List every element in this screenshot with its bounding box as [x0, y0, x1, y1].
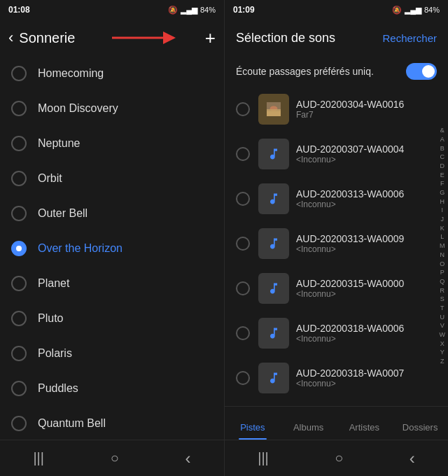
- right-menu-button[interactable]: |||: [241, 444, 286, 472]
- sound-thumbnail-5: [258, 273, 289, 304]
- radio-moon[interactable]: [11, 101, 27, 116]
- item-label: Orbit: [38, 172, 62, 185]
- sound-thumbnail-1: [258, 94, 289, 125]
- alpha-letter[interactable]: O: [438, 260, 447, 269]
- mute-icon-right: 🔕: [392, 6, 402, 15]
- back-button[interactable]: ‹: [8, 29, 13, 47]
- alpha-letter[interactable]: C: [438, 153, 447, 162]
- list-item[interactable]: Outer Bell: [0, 196, 224, 231]
- right-time: 01:09: [233, 5, 255, 15]
- alpha-letter[interactable]: H: [438, 198, 447, 206]
- sound-name: AUD-20200307-WA0004: [296, 144, 437, 155]
- back-nav-button[interactable]: ‹: [169, 443, 208, 474]
- alpha-letter[interactable]: L: [438, 233, 447, 241]
- home-button[interactable]: ○: [94, 444, 136, 472]
- item-label: Homecoming: [38, 67, 104, 80]
- sound-list: AUD-20200304-WA0016 Far7 AUD-20200307-WA…: [225, 87, 448, 406]
- alpha-letter[interactable]: M: [438, 242, 447, 251]
- list-item[interactable]: Quantum Bell: [0, 406, 224, 440]
- search-button[interactable]: Rechercher: [382, 32, 437, 44]
- list-item[interactable]: Neptune: [0, 126, 224, 161]
- sound-radio-6[interactable]: [236, 326, 250, 340]
- list-item[interactable]: Moon Discovery: [0, 91, 224, 126]
- sound-radio-2[interactable]: [236, 147, 250, 161]
- sound-radio-5[interactable]: [236, 281, 250, 295]
- sound-radio-4[interactable]: [236, 237, 250, 251]
- sound-radio-1[interactable]: [236, 102, 250, 116]
- sound-radio-7[interactable]: [236, 371, 250, 385]
- right-back-button[interactable]: ‹: [393, 443, 432, 474]
- list-item[interactable]: Polaris: [0, 336, 224, 371]
- sound-item[interactable]: AUD-20200313-WA0009 <Inconnu>: [225, 221, 448, 266]
- item-label: Puddles: [38, 382, 78, 395]
- list-item[interactable]: Puddles: [0, 371, 224, 406]
- alpha-letter[interactable]: U: [438, 314, 447, 322]
- radio-orbit[interactable]: [11, 171, 27, 186]
- list-item-selected[interactable]: Over the Horizon: [0, 231, 224, 266]
- radio-homecoming[interactable]: [11, 66, 27, 81]
- radio-neptune[interactable]: [11, 136, 27, 151]
- alpha-letter[interactable]: K: [438, 225, 447, 233]
- sound-radio-3[interactable]: [236, 192, 250, 206]
- list-item[interactable]: Homecoming: [0, 56, 224, 91]
- sound-item[interactable]: AUD-20200307-WA0004 <Inconnu>: [225, 132, 448, 176]
- sound-item[interactable]: AUD-20200313-WA0006 <Inconnu>: [225, 176, 448, 221]
- alpha-letter[interactable]: Y: [438, 349, 447, 357]
- sound-info-6: AUD-20200318-WA0006 <Inconnu>: [296, 323, 437, 344]
- sound-thumbnail-4: [258, 228, 289, 259]
- alpha-letter[interactable]: G: [438, 189, 447, 197]
- sound-item[interactable]: AUD-20200304-WA0016 Far7: [225, 87, 448, 132]
- alpha-letter[interactable]: Q: [438, 278, 447, 286]
- battery-text: 84%: [200, 6, 216, 14]
- add-button[interactable]: +: [205, 27, 216, 49]
- svg-rect-3: [267, 111, 281, 116]
- alpha-letter[interactable]: T: [438, 304, 447, 313]
- alpha-letter[interactable]: B: [438, 145, 447, 153]
- tab-dossiers[interactable]: Dossiers: [392, 415, 448, 440]
- menu-button[interactable]: |||: [16, 444, 61, 472]
- sound-sub: <Inconnu>: [296, 200, 437, 209]
- tab-artistes[interactable]: Artistes: [337, 415, 393, 440]
- left-status-icons: 🔕 ▂▄▆ 84%: [168, 6, 216, 15]
- radio-quantumbell[interactable]: [11, 416, 27, 431]
- sound-item[interactable]: AUD-20200318-WA0006 <Inconnu>: [225, 311, 448, 356]
- radio-outerbell[interactable]: [11, 206, 27, 221]
- alpha-letter[interactable]: X: [438, 340, 447, 349]
- right-home-button[interactable]: ○: [318, 444, 360, 472]
- radio-polaris[interactable]: [11, 346, 27, 361]
- alpha-letter[interactable]: W: [438, 331, 447, 340]
- alpha-letter[interactable]: I: [438, 206, 447, 215]
- sound-item[interactable]: AUD-20200318-WA0007 <Inconnu>: [225, 356, 448, 400]
- alpha-letter[interactable]: J: [438, 216, 447, 224]
- left-header: ‹ Sonnerie +: [0, 20, 224, 56]
- alphabet-sidebar: & A B C D E F G H I J K L M N O P Q R S …: [438, 87, 447, 406]
- list-item[interactable]: Planet: [0, 266, 224, 301]
- radio-overthehorizon[interactable]: [11, 241, 27, 256]
- alpha-letter[interactable]: D: [438, 162, 447, 171]
- list-item[interactable]: Orbit: [0, 161, 224, 196]
- radio-puddles[interactable]: [11, 381, 27, 396]
- alpha-letter[interactable]: R: [438, 287, 447, 295]
- alpha-letter[interactable]: E: [438, 172, 447, 180]
- list-item[interactable]: Pluto: [0, 301, 224, 336]
- sound-info-7: AUD-20200318-WA0007 <Inconnu>: [296, 368, 437, 388]
- alpha-letter[interactable]: P: [438, 269, 447, 277]
- alpha-letter[interactable]: V: [438, 322, 447, 330]
- tab-pistes[interactable]: Pistes: [225, 415, 281, 440]
- tab-albums[interactable]: Albums: [281, 415, 337, 440]
- alpha-letter[interactable]: S: [438, 295, 447, 304]
- alpha-letter[interactable]: N: [438, 251, 447, 260]
- alpha-letter[interactable]: A: [438, 136, 447, 144]
- sound-info-4: AUD-20200313-WA0009 <Inconnu>: [296, 233, 437, 254]
- sound-item[interactable]: AUD-20200315-WA0000 <Inconnu>: [225, 266, 448, 311]
- sound-info-2: AUD-20200307-WA0004 <Inconnu>: [296, 144, 437, 164]
- alpha-letter[interactable]: Z: [438, 358, 447, 366]
- alpha-letter[interactable]: &: [438, 127, 447, 135]
- sound-item[interactable]: AUD-20200322-WA0002 <Inconnu>: [225, 400, 448, 406]
- alpha-letter[interactable]: F: [438, 180, 447, 188]
- sound-thumbnail-3: [258, 183, 289, 214]
- radio-pluto[interactable]: [11, 311, 27, 326]
- radio-planet[interactable]: [11, 276, 27, 291]
- left-status-bar: 01:08 🔕 ▂▄▆ 84%: [0, 0, 224, 20]
- toggle-switch[interactable]: [406, 63, 437, 80]
